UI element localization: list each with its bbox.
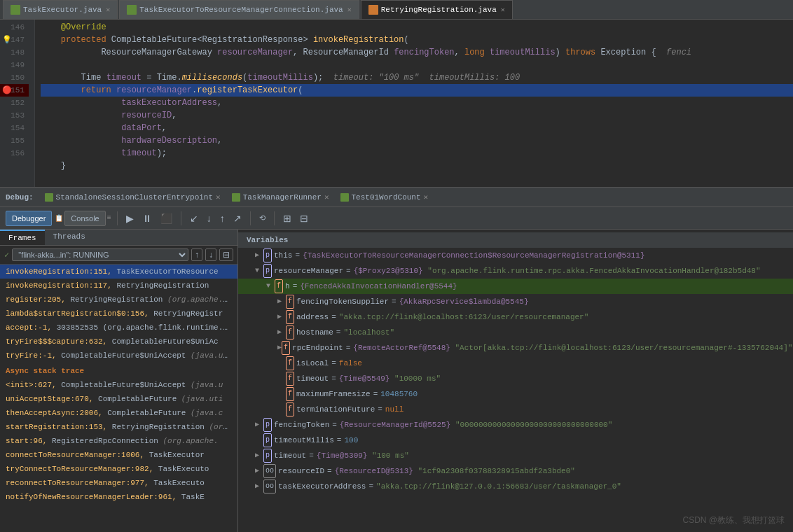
thread-selector: ✓ "flink-akka...in": RUNNING ↑ ↓ ⊟: [0, 246, 237, 265]
frame-item-3[interactable]: lambda$startRegistration$0:156, Retrying…: [0, 307, 237, 321]
tab-taskexecutor[interactable]: TaskExecutor.java ✕: [3, 0, 118, 19]
stop-button[interactable]: ⬛: [158, 211, 175, 225]
line-146: 146: [0, 21, 29, 34]
debug-toolbar: Debugger 📋 Console ≡ ▶ ⏸ ⬛ ↙ ↓ ↑ ↗ ⟲ ⊞ ⊟: [0, 207, 793, 230]
code-line-146: @Override: [41, 21, 793, 34]
expander-rid[interactable]: ▶: [255, 465, 263, 477]
var-fencingtokensupplier[interactable]: ▶ f fencingTokenSupplier = {AkkaRpcServi…: [238, 294, 793, 309]
async-frame-1[interactable]: uniAcceptStage:670, CompletableFuture (j…: [0, 392, 237, 406]
async-frame-5[interactable]: connectToResourceManager:1006, TaskExecu…: [0, 448, 237, 462]
java-file-icon: [340, 193, 349, 202]
frame-item-0[interactable]: invokeRegistration:151, TaskExecutorToRe…: [0, 265, 237, 279]
code-line-148: ResourceManagerGateway resourceManager, …: [41, 46, 793, 59]
pause-button[interactable]: ⏸: [139, 211, 155, 225]
expander-h[interactable]: ▼: [266, 280, 275, 293]
frame-item-4[interactable]: accept:-1, 303852535 (org.apache.flink.r…: [0, 321, 237, 335]
settings-button[interactable]: ⊟: [297, 211, 311, 225]
variables-header: Variables: [238, 232, 793, 248]
expander-to[interactable]: ▶: [255, 449, 263, 462]
var-timeout[interactable]: ▶ p timeout = {Time@5309} "100 ms": [238, 448, 793, 463]
right-panel: Variables ▶ p this = {TaskExecutorToReso…: [238, 230, 793, 532]
close-tab-0[interactable]: ✕: [106, 6, 110, 14]
line-155: 155: [0, 134, 29, 147]
thread-status-icon: ✓: [4, 250, 9, 260]
resume-button[interactable]: ▶: [123, 211, 137, 225]
prev-frame-button[interactable]: ↑: [191, 248, 202, 261]
async-frame-8[interactable]: notifyOfNewResourceManagerLeader:961, Ta…: [0, 490, 237, 504]
evaluate-button[interactable]: ⟲: [256, 212, 268, 224]
async-frame-0[interactable]: <init>:627, CompletableFuture$UniAccept …: [0, 378, 237, 392]
async-frame-7[interactable]: reconnectToResourceManager:977, TaskExec…: [0, 476, 237, 490]
expander-addr[interactable]: ▶: [277, 311, 286, 323]
code-line-155: hardwareDescription,: [41, 134, 793, 147]
line-153: 153: [0, 109, 29, 122]
var-resourceid[interactable]: ▶ oo resourceID = {ResourceID@5313} "1cf…: [238, 463, 793, 479]
var-rpcendpoint[interactable]: ▶ f rpcEndpoint = {RemoteActorRef@5548} …: [238, 340, 793, 356]
line-147: 💡147: [0, 34, 29, 46]
toolbar-sep2: [181, 211, 181, 225]
var-timeoutmillis[interactable]: p timeoutMillis = 100: [238, 433, 793, 448]
code-line-154: dataPort,: [41, 122, 793, 134]
frame-item-2[interactable]: register:205, RetryingRegistration (org.…: [0, 293, 237, 307]
async-frame-6[interactable]: tryConnectToResourceManager:982, TaskExe…: [0, 462, 237, 476]
code-line-150: Time timeout = Time.milliseconds(timeout…: [41, 71, 793, 84]
var-this[interactable]: ▶ p this = {TaskExecutorToResourceManage…: [238, 248, 793, 263]
line-156: 156: [0, 147, 29, 160]
expander-host[interactable]: ▶: [277, 326, 286, 339]
var-fencingtoken[interactable]: ▶ p fencingToken = {ResourceManagerId@55…: [238, 417, 793, 433]
debug-session-wordcount[interactable]: Test01WordCount ✕: [335, 191, 434, 203]
code-line-end: }: [41, 160, 793, 172]
step-out-button[interactable]: ↑: [217, 211, 228, 225]
debugger-button[interactable]: Debugger: [6, 211, 52, 226]
expander-ft[interactable]: ▶: [255, 419, 263, 431]
console-button[interactable]: Console: [64, 211, 105, 226]
run-to-cursor-button[interactable]: ↗: [230, 211, 244, 225]
var-maxframesize[interactable]: f maximumFramesize = 10485760: [238, 386, 793, 402]
expander-this[interactable]: ▶: [255, 249, 263, 262]
async-frame-4[interactable]: start:96, RegisteredRpcConnection (org.a…: [0, 434, 237, 448]
var-resourcemanager[interactable]: ▼ p resourceManager = {$Proxy23@5310} "o…: [238, 263, 793, 279]
expander-tea[interactable]: ▶: [255, 480, 263, 493]
filter-button[interactable]: ⊟: [219, 248, 233, 261]
tab-threads[interactable]: Threads: [45, 230, 94, 245]
expander-fts[interactable]: ▶: [277, 295, 286, 308]
frame-item-5[interactable]: tryFire$$$capture:632, CompletableFuture…: [0, 335, 237, 349]
frames-button[interactable]: ⊞: [280, 211, 294, 225]
java-icon: [127, 5, 137, 15]
expander-tf: [277, 403, 286, 416]
close-tab-2[interactable]: ✕: [501, 6, 505, 14]
code-content[interactable]: @Override protected CompletableFuture<Re…: [35, 20, 793, 187]
var-hostname[interactable]: ▶ f hostname = "localhost": [238, 325, 793, 340]
var-h[interactable]: ▼ f h = {FencedAkkaInvocationHandler@554…: [238, 279, 793, 294]
expander-rm[interactable]: ▼: [255, 265, 263, 277]
async-frame-2[interactable]: thenAcceptAsync:2006, CompletableFuture …: [0, 406, 237, 420]
code-line-149: [41, 59, 793, 71]
toolbar-sep4: [274, 211, 275, 225]
var-address[interactable]: ▶ f address = "akka.tcp://flink@localhos…: [238, 309, 793, 325]
debug-session-standalone[interactable]: StandaloneSessionClusterEntrypoint ✕: [39, 191, 226, 203]
var-islocal[interactable]: f isLocal = false: [238, 356, 793, 371]
debug-session-taskmanager[interactable]: TaskManagerRunner ✕: [226, 191, 335, 203]
next-frame-button[interactable]: ↓: [205, 248, 216, 261]
frame-item-6[interactable]: tryFire:-1, CompletableFuture$UniAccept …: [0, 349, 237, 363]
step-over-button[interactable]: ↙: [187, 211, 201, 225]
code-line-152: taskExecutorAddress,: [41, 97, 793, 109]
thread-dropdown[interactable]: "flink-akka...in": RUNNING: [12, 248, 188, 261]
var-terminationfuture[interactable]: f terminationFuture = null: [238, 402, 793, 417]
async-frame-3[interactable]: startRegistration:153, RetryingRegistrat…: [0, 420, 237, 434]
close-tab-1[interactable]: ✕: [347, 6, 352, 14]
var-timeout-h[interactable]: f timeout = {Time@5549} "10000 ms": [238, 371, 793, 386]
code-line-151: return resourceManager.registerTaskExecu…: [41, 84, 793, 97]
line-end: [0, 160, 29, 172]
tab-frames[interactable]: Frames: [0, 230, 45, 245]
code-editor: 146 💡147 148 149 150 🔴151 152 153 154 15…: [0, 20, 793, 188]
java-file-icon: [232, 193, 240, 202]
line-150: 150: [0, 71, 29, 84]
tab-retryingregistration[interactable]: RetryingRegistration.java ✕: [361, 0, 513, 19]
java-icon: [368, 5, 378, 15]
code-line-156: timeout);: [41, 147, 793, 160]
step-into-button[interactable]: ↓: [204, 211, 214, 225]
var-taskexecutoraddress[interactable]: ▶ oo taskExecutorAddress = "akka.tcp://f…: [238, 479, 793, 494]
tab-taskexecutorconnection[interactable]: TaskExecutorToResourceManagerConnection.…: [119, 0, 359, 19]
frame-item-1[interactable]: invokeRegistration:117, RetryingRegistra…: [0, 279, 237, 293]
